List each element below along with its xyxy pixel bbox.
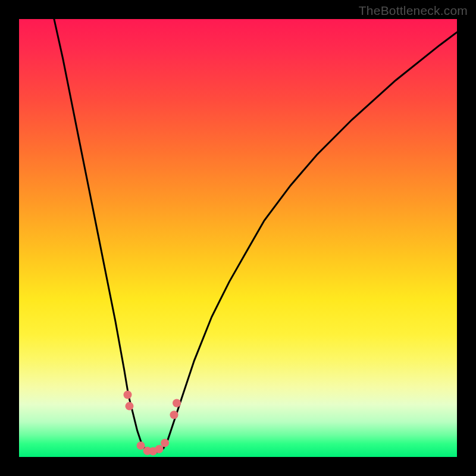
curve-marker [173,399,181,408]
curve-marker [124,391,132,399]
chart-stage: TheBottleneck.com [0,0,476,476]
curve-marker [137,441,145,450]
curve-markers [124,391,181,456]
bottleneck-curve [54,19,457,453]
watermark-text: TheBottleneck.com [359,4,468,18]
curve-marker [161,439,169,447]
plot-area [19,19,457,457]
curve-marker [155,445,164,453]
curve-marker [126,402,134,411]
curve-marker [170,411,178,419]
chart-svg [19,19,457,457]
